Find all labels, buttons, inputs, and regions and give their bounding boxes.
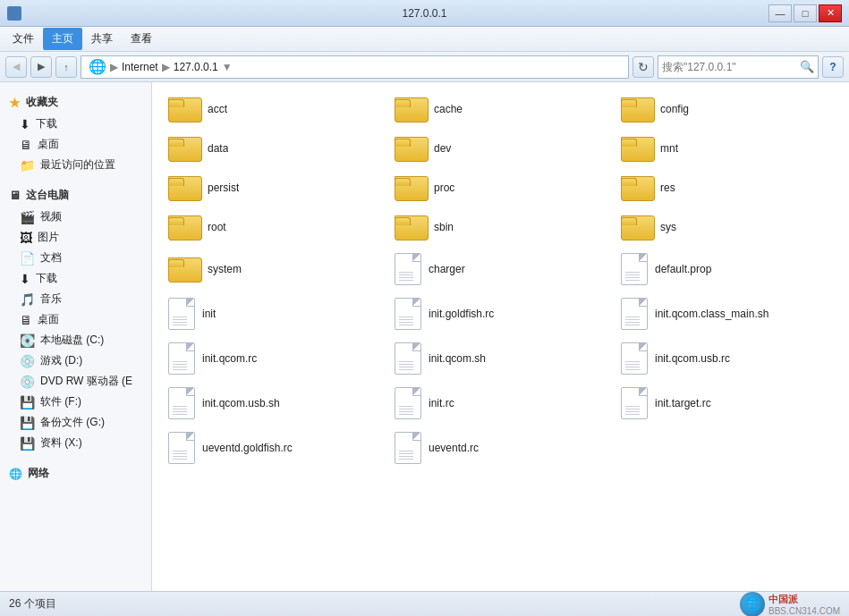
folder-icon (168, 256, 200, 283)
sidebar-item-pictures[interactable]: 🖼 图片 (0, 227, 151, 248)
favorites-label: 收藏夹 (26, 95, 58, 110)
refresh-button[interactable]: ↻ (633, 56, 654, 78)
list-item[interactable]: cache (387, 91, 614, 127)
sidebar-item-dvd-e[interactable]: 💿 DVD RW 驱动器 (E (0, 371, 151, 392)
file-name: init.target.rc (655, 397, 711, 409)
download-icon: ⬇ (20, 117, 30, 131)
sidebar-item-drive-d[interactable]: 💿 游戏 (D:) (0, 350, 151, 371)
recent-icon: 📁 (20, 158, 35, 173)
up-button[interactable]: ↑ (55, 56, 77, 78)
search-icon: 🔍 (800, 60, 814, 73)
list-item[interactable]: init.rc (387, 383, 614, 424)
favorites-star-icon: ★ (9, 96, 21, 110)
folder-icon (168, 214, 200, 240)
close-button[interactable]: ✕ (819, 4, 842, 22)
sidebar-section-pc[interactable]: 🖥 这台电脑 (0, 182, 151, 207)
file-name: init.goldfish.rc (429, 308, 494, 320)
list-item[interactable]: default.prop (614, 249, 840, 290)
list-item[interactable]: init.goldfish.rc (387, 293, 614, 334)
file-name: default.prop (655, 263, 711, 275)
folder-name: root (208, 221, 226, 233)
list-item[interactable]: mnt (614, 131, 840, 166)
address-sep1: ▶ (110, 61, 118, 73)
list-item[interactable]: init.target.rc (614, 383, 840, 424)
maximize-button[interactable]: □ (794, 4, 817, 22)
list-item[interactable]: root (161, 209, 387, 245)
menu-item-share[interactable]: 共享 (82, 28, 122, 50)
search-box[interactable]: 🔍 (658, 55, 819, 79)
file-name: init.qcom.class_main.sh (655, 308, 768, 320)
watermark-globe-icon: 🌐 (740, 592, 765, 617)
back-button[interactable]: ◀ (5, 56, 27, 78)
address-sep3: ▼ (222, 61, 233, 73)
picture-icon: 🖼 (20, 231, 32, 245)
folder-name: data (208, 142, 228, 155)
list-item[interactable]: sys (614, 209, 840, 245)
sidebar-item-videos[interactable]: 🎬 视频 (0, 207, 151, 227)
sidebar-item-downloads[interactable]: ⬇ 下载 (0, 114, 151, 134)
folder-name: dev (434, 142, 451, 155)
folder-name: mnt (660, 142, 678, 155)
sidebar-item-desktop[interactable]: 🖥 桌面 (0, 134, 151, 155)
address-box[interactable]: 🌐 ▶ Internet ▶ 127.0.0.1 ▼ (81, 55, 629, 79)
list-item[interactable]: init.qcom.usb.rc (614, 338, 840, 379)
sidebar-item-documents[interactable]: 📄 文档 (0, 248, 151, 268)
sidebar-item-local-disk-c[interactable]: 💽 本地磁盘 (C:) (0, 330, 151, 350)
pc-icon: 🖥 (9, 189, 21, 202)
titlebar-title: 127.0.0.1 (402, 7, 446, 20)
sidebar-item-downloads2[interactable]: ⬇ 下载 (0, 268, 151, 289)
menu-item-home[interactable]: 主页 (43, 28, 82, 50)
minimize-button[interactable]: — (768, 4, 792, 22)
address-sep2: ▶ (162, 61, 170, 73)
list-item[interactable]: sbin (387, 209, 614, 245)
sidebar-item-label: 文档 (40, 250, 62, 266)
sidebar-item-label: 游戏 (D:) (40, 353, 82, 368)
list-item[interactable]: ueventd.rc (387, 427, 614, 468)
drive-d-icon: 💿 (20, 354, 35, 368)
folder-name: cache (434, 103, 463, 115)
desktop2-icon: 🖥 (20, 313, 32, 327)
list-item[interactable]: init (161, 293, 387, 334)
sidebar-section-network[interactable]: 🌐 网络 (0, 460, 151, 485)
addressbar: ◀ ▶ ↑ 🌐 ▶ Internet ▶ 127.0.0.1 ▼ ↻ 🔍 ? (0, 52, 849, 82)
list-item[interactable]: res (614, 170, 840, 206)
sidebar-item-drive-x[interactable]: 💾 资料 (X:) (0, 433, 151, 453)
file-icon (168, 387, 195, 419)
list-item[interactable]: proc (387, 170, 614, 206)
list-item[interactable]: charger (387, 249, 614, 290)
sidebar-item-drive-g[interactable]: 💾 备份文件 (G:) (0, 412, 151, 433)
list-item[interactable]: init.qcom.usb.sh (161, 383, 387, 424)
list-item[interactable]: init.qcom.class_main.sh (614, 293, 840, 334)
sidebar-item-desktop2[interactable]: 🖥 桌面 (0, 309, 151, 330)
sidebar-item-drive-f[interactable]: 💾 软件 (F:) (0, 392, 151, 412)
list-item[interactable]: system (161, 249, 387, 290)
file-icon (395, 298, 421, 330)
file-name: init (202, 308, 216, 320)
sidebar-section-favorites[interactable]: ★ 收藏夹 (0, 89, 151, 114)
sidebar-item-label: 软件 (F:) (40, 394, 81, 409)
list-item[interactable]: init.qcom.sh (387, 338, 614, 379)
file-name: ueventd.rc (429, 442, 479, 454)
file-icon (395, 342, 421, 375)
forward-button[interactable]: ▶ (30, 56, 52, 78)
list-item[interactable]: config (614, 91, 840, 127)
help-button[interactable]: ? (822, 56, 844, 78)
disk-c-icon: 💽 (20, 333, 35, 348)
search-input[interactable] (662, 61, 796, 73)
folder-icon (395, 135, 427, 162)
list-item[interactable]: acct (161, 91, 387, 127)
sidebar-item-recent[interactable]: 📁 最近访问的位置 (0, 155, 151, 175)
sidebar-item-label: 最近访问的位置 (40, 157, 115, 173)
list-item[interactable]: persist (161, 170, 387, 206)
menu-item-view[interactable]: 查看 (122, 28, 161, 50)
list-item[interactable]: data (161, 131, 387, 166)
file-icon (621, 298, 648, 330)
folder-icon (395, 96, 427, 122)
file-name: init.qcom.rc (202, 352, 257, 365)
list-item[interactable]: dev (387, 131, 614, 166)
list-item[interactable]: ueventd.goldfish.rc (161, 427, 387, 468)
menu-item-file[interactable]: 文件 (4, 28, 43, 50)
list-item[interactable]: init.qcom.rc (161, 338, 387, 379)
sidebar-item-music[interactable]: 🎵 音乐 (0, 289, 151, 309)
sidebar: ★ 收藏夹 ⬇ 下载 🖥 桌面 📁 最近访问的位置 🖥 这台电脑 🎬 视频 🖼 … (0, 82, 152, 591)
